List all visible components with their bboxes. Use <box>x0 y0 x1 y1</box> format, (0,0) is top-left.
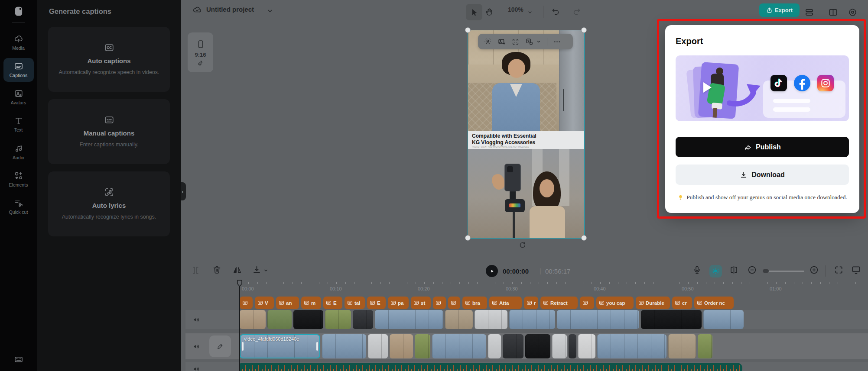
caption-clip[interactable]: Durable <box>636 297 670 309</box>
caption-clip[interactable]: E <box>367 297 386 309</box>
caption-clip[interactable]: cr <box>672 297 692 309</box>
caption-clip[interactable]: st <box>411 297 431 309</box>
caption-clip[interactable]: m <box>301 297 321 309</box>
download-button[interactable]: Download <box>676 165 849 185</box>
app-logo-icon[interactable] <box>13 5 24 16</box>
timeline-zoom-knob[interactable] <box>763 269 769 273</box>
video-clip-thumbnails[interactable] <box>445 310 473 329</box>
video-clip-thumbnails[interactable] <box>325 310 351 329</box>
mute-track2-speaker-icon[interactable] <box>192 342 201 351</box>
zoom-level[interactable]: 100% <box>508 6 523 13</box>
video-clip-thumbnails[interactable] <box>293 310 323 329</box>
pip-chevron-icon[interactable] <box>536 39 541 44</box>
layout-panels-icon[interactable] <box>828 7 838 17</box>
export-tasks-icon[interactable] <box>804 7 814 17</box>
caption-clip[interactable]: pa <box>388 297 409 309</box>
sidebar-item-avatars[interactable]: Avatars <box>3 85 34 109</box>
video-clip-thumbnails[interactable] <box>368 334 388 358</box>
caption-clip[interactable]: tal <box>345 297 365 309</box>
video-clip-thumbnails[interactable] <box>353 310 373 329</box>
project-menu-chevron-icon[interactable] <box>266 7 274 15</box>
keyboard-shortcuts-icon[interactable] <box>14 355 23 364</box>
timeline-ruler[interactable] <box>240 282 862 284</box>
split-tool-icon[interactable] <box>191 265 201 275</box>
caption-clip[interactable]: Atta <box>489 297 522 309</box>
caption-clip[interactable]: r <box>524 297 538 309</box>
project-title[interactable]: Untitled project <box>206 6 254 13</box>
portrait-effects-icon[interactable] <box>484 38 492 46</box>
hand-tool-button[interactable] <box>485 7 494 16</box>
video-clip-thumbnails[interactable] <box>597 334 666 358</box>
rotate-handle-icon[interactable] <box>518 241 527 249</box>
select-tool-button[interactable] <box>466 4 482 20</box>
video-clip-thumbnails[interactable] <box>322 334 366 358</box>
sidebar-item-quick-cut[interactable]: Quick cut <box>3 195 34 219</box>
caption-clip[interactable]: Retract <box>540 297 578 309</box>
more-options-icon[interactable] <box>553 38 561 46</box>
zoom-in-icon[interactable] <box>809 265 819 275</box>
caption-clip[interactable]: V <box>255 297 274 309</box>
play-button[interactable] <box>486 265 498 277</box>
video-clip-thumbnails[interactable] <box>641 310 702 329</box>
video-clip-thumbnails[interactable] <box>557 310 639 329</box>
selection-handle-bottom-right[interactable] <box>581 235 587 241</box>
sidebar-item-text[interactable]: Text <box>3 113 34 136</box>
zoom-chevron-icon[interactable] <box>527 9 533 15</box>
video-clip-thumbnails[interactable] <box>569 334 576 358</box>
video-clip-thumbnails[interactable] <box>668 334 696 358</box>
video-clip-thumbnails[interactable] <box>509 310 555 329</box>
aspect-ratio-badge[interactable]: 9:16 <box>188 32 213 72</box>
video-preview[interactable]: Compatible with Essential KG Vlogging Ac… <box>468 30 584 238</box>
download-clip-icon[interactable] <box>252 265 262 275</box>
publish-button[interactable]: Publish <box>676 137 849 157</box>
video-clip-thumbnails[interactable] <box>698 334 712 358</box>
video-clip-thumbnails[interactable] <box>488 334 501 358</box>
mute-track3-speaker-icon[interactable] <box>192 365 201 371</box>
sidebar-item-audio[interactable]: Audio <box>3 140 34 164</box>
mute-track1-speaker-icon[interactable] <box>192 316 201 324</box>
crop-icon[interactable] <box>511 38 520 46</box>
selection-handle-bottom-left[interactable] <box>465 235 471 241</box>
sidebar-item-captions[interactable]: Captions <box>3 58 34 82</box>
audio-waveform-clip[interactable] <box>240 363 742 371</box>
caption-clip[interactable] <box>433 297 446 309</box>
fullscreen-icon[interactable] <box>834 265 844 275</box>
picture-in-picture-icon[interactable] <box>525 38 533 46</box>
caption-clip[interactable] <box>580 297 594 309</box>
video-clip-thumbnails[interactable] <box>503 334 523 358</box>
export-button[interactable]: Export <box>759 3 800 17</box>
card-auto-lyrics[interactable]: Auto lyricsAutomatically recognize lyric… <box>48 171 170 236</box>
selected-video-clip[interactable]: video_4fafdfd060d18240e <box>240 334 320 358</box>
playhead-pin[interactable] <box>237 280 243 287</box>
settings-gear-icon[interactable] <box>848 7 858 17</box>
sidebar-item-elements[interactable]: Elements <box>3 168 34 191</box>
caption-clip[interactable] <box>448 297 460 309</box>
card-auto-captions[interactable]: Auto captionsAutomatically recognize spe… <box>48 27 170 92</box>
video-clip-thumbnails[interactable] <box>703 310 744 329</box>
caption-clip[interactable]: bra <box>462 297 487 309</box>
delete-icon[interactable] <box>212 265 222 275</box>
caption-clip[interactable]: Order nc <box>694 297 734 309</box>
video-clip-thumbnails[interactable] <box>375 310 443 329</box>
split-clip-icon[interactable] <box>729 265 739 275</box>
video-clip-thumbnails[interactable] <box>415 334 430 358</box>
video-clip-thumbnails[interactable] <box>240 310 266 329</box>
smart-snap-toggle-icon[interactable] <box>709 265 722 277</box>
add-image-icon[interactable] <box>497 38 506 46</box>
caption-clip[interactable]: an <box>276 297 299 309</box>
undo-button[interactable] <box>551 7 560 16</box>
selection-handle-top-left[interactable] <box>465 27 471 33</box>
video-clip-thumbnails[interactable] <box>267 310 292 329</box>
video-clip-thumbnails[interactable] <box>552 334 567 358</box>
zoom-out-icon[interactable] <box>747 265 757 275</box>
video-clip-thumbnails[interactable] <box>525 334 550 358</box>
redo-button[interactable] <box>572 7 581 16</box>
video-clip-thumbnails[interactable] <box>432 334 486 358</box>
caption-clip[interactable] <box>240 297 253 309</box>
preview-display-icon[interactable] <box>851 265 861 275</box>
caption-clip[interactable]: you cap <box>596 297 634 309</box>
sidebar-item-media[interactable]: Media <box>3 31 34 55</box>
selection-handle-top-right[interactable] <box>581 27 587 33</box>
mirror-flip-icon[interactable] <box>232 265 242 275</box>
video-clip-thumbnails[interactable] <box>578 334 595 358</box>
